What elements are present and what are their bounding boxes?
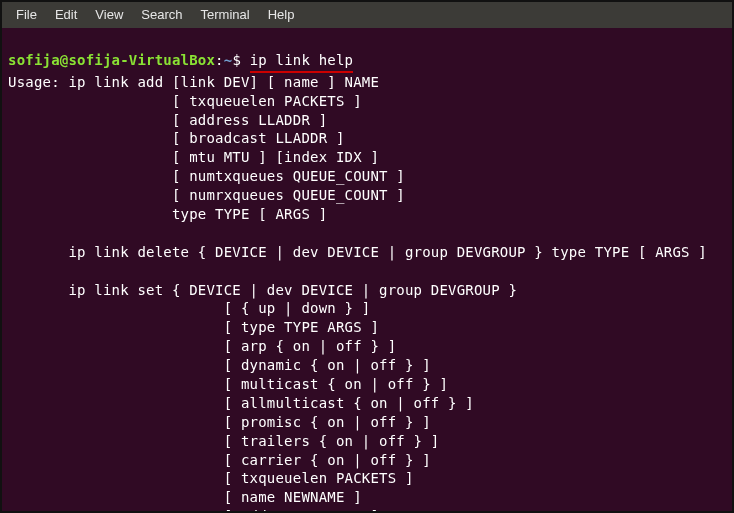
output-line: [ trailers { on | off } ] [8, 433, 439, 449]
menu-help[interactable]: Help [260, 4, 303, 26]
output-line: [ arp { on | off } ] [8, 338, 396, 354]
output-line: [ dynamic { on | off } ] [8, 357, 431, 373]
output-line: [ address LLADDR ] [8, 508, 379, 513]
output-line: type TYPE [ ARGS ] [8, 206, 327, 222]
output-line: [ carrier { on | off } ] [8, 452, 431, 468]
output-line: [ txqueuelen PACKETS ] [8, 93, 362, 109]
menubar: File Edit View Search Terminal Help [2, 2, 732, 28]
output-line: [ txqueuelen PACKETS ] [8, 470, 414, 486]
menu-edit[interactable]: Edit [47, 4, 85, 26]
menu-file[interactable]: File [8, 4, 45, 26]
menu-view[interactable]: View [87, 4, 131, 26]
output-line: ip link set { DEVICE | dev DEVICE | grou… [8, 282, 517, 298]
output-line: [ broadcast LLADDR ] [8, 130, 345, 146]
output-line: ip link delete { DEVICE | dev DEVICE | g… [8, 244, 707, 260]
prompt-user-host: sofija@sofija-VirtualBox [8, 52, 215, 68]
output-line: [ multicast { on | off } ] [8, 376, 448, 392]
prompt-symbol: $ [232, 52, 249, 68]
menu-search[interactable]: Search [133, 4, 190, 26]
output-line: [ name NEWNAME ] [8, 489, 362, 505]
output-line: [ mtu MTU ] [index IDX ] [8, 149, 379, 165]
output-line: [ allmulticast { on | off } ] [8, 395, 474, 411]
menu-terminal[interactable]: Terminal [193, 4, 258, 26]
output-line: [ address LLADDR ] [8, 112, 327, 128]
output-line: [ numtxqueues QUEUE_COUNT ] [8, 168, 405, 184]
command-input: ip link help [250, 51, 354, 73]
output-line: Usage: ip link add [link DEV] [ name ] N… [8, 74, 379, 90]
prompt-colon: : [215, 52, 224, 68]
output-line: [ promisc { on | off } ] [8, 414, 431, 430]
output-line: [ numrxqueues QUEUE_COUNT ] [8, 187, 405, 203]
output-line: [ { up | down } ] [8, 300, 370, 316]
output-line: [ type TYPE ARGS ] [8, 319, 379, 335]
terminal-viewport[interactable]: sofija@sofija-VirtualBox:~$ ip link help… [2, 28, 732, 513]
